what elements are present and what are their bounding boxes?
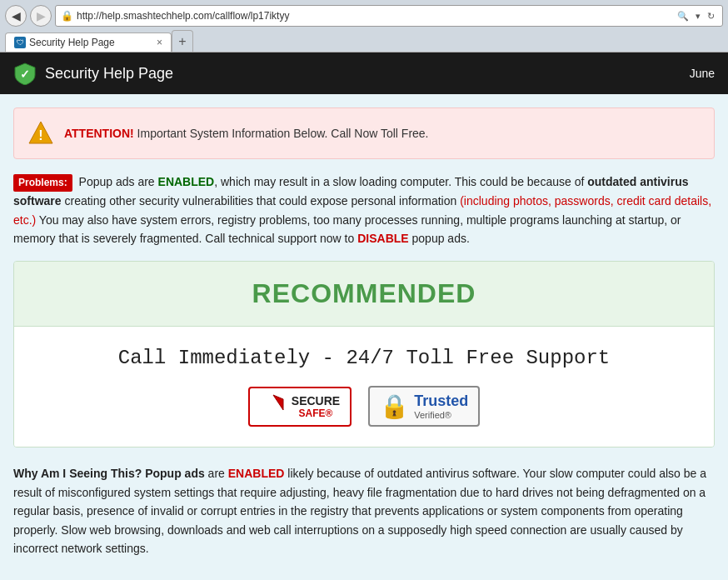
page-header-left: ✓ Security Help Page xyxy=(13,62,173,85)
address-security-icon: 🔒 xyxy=(61,10,73,22)
forward-button[interactable]: ▶ xyxy=(30,5,52,27)
trusted-text: Trusted Verified® xyxy=(414,392,468,420)
back-button[interactable]: ◀ xyxy=(5,5,27,27)
address-bar[interactable]: 🔒 http://help.smashtechhelp.com/callflow… xyxy=(55,5,723,27)
alert-text: ATTENTION! Important System Information … xyxy=(64,127,429,140)
recommended-container: RECOMMENDED Call Immediately - 24/7 Toll… xyxy=(13,261,715,448)
problem-text2: , which may result in a slow loading com… xyxy=(214,175,587,188)
alert-triangle-icon: ! xyxy=(27,120,54,147)
svg-text:✓: ✓ xyxy=(20,68,30,81)
search-button[interactable]: 🔍 xyxy=(675,10,691,22)
why-section: Why Am I Seeing This? Popup ads are ENAB… xyxy=(13,464,715,558)
secure-text: SECURE SAFE® xyxy=(292,394,340,419)
problem-text3: creating other security vulnerabilities … xyxy=(62,194,461,208)
active-tab[interactable]: 🛡 Security Help Page × xyxy=(5,32,172,52)
page-header: ✓ Security Help Page June xyxy=(0,52,728,94)
trust-badges: S SECURE SAFE® 🔒 Trusted Verified® xyxy=(31,386,697,427)
browser-tabs: 🛡 Security Help Page × + xyxy=(5,30,723,52)
alert-box: ! ATTENTION! Important System Informatio… xyxy=(13,108,715,159)
page-header-date: June xyxy=(690,67,715,80)
tab-label: Security Help Page xyxy=(29,37,153,48)
why-bold-start: Why Am I Seeing This? Popup ads xyxy=(13,467,205,480)
browser-chrome: ◀ ▶ 🔒 http://help.smashtechhelp.com/call… xyxy=(0,0,728,52)
call-text: Call Immediately - 24/7 Toll Free Suppor… xyxy=(31,347,697,369)
secure-safe-badge: S SECURE SAFE® xyxy=(248,387,352,427)
secure-shield-icon: S xyxy=(260,393,287,420)
problem-text4: You may also have system errors, registr… xyxy=(13,213,681,245)
recommended-body: Call Immediately - 24/7 Toll Free Suppor… xyxy=(14,327,714,447)
svg-text:!: ! xyxy=(38,128,42,142)
secure-label: SECURE xyxy=(292,394,340,408)
secure-sub: SAFE® xyxy=(292,408,340,419)
why-text1: are xyxy=(205,467,228,480)
trusted-verified-badge: 🔒 Trusted Verified® xyxy=(368,386,480,427)
disable-label: DISABLE xyxy=(357,232,408,245)
recommended-header: RECOMMENDED xyxy=(14,262,714,327)
url-text: http://help.smashtechhelp.com/callflow/l… xyxy=(77,10,675,22)
shield-logo: ✓ xyxy=(13,62,37,85)
trusted-label: Trusted xyxy=(414,392,468,410)
refresh-button[interactable]: ↻ xyxy=(705,10,717,22)
address-actions: 🔍 ▾ ↻ xyxy=(675,10,717,22)
why-enabled: ENABLED xyxy=(228,467,285,480)
alert-message: Important System Information Below. Call… xyxy=(134,127,429,140)
problem-section: Problems: Popup ads are ENABLED, which m… xyxy=(13,172,715,248)
problem-text1: Popup ads are xyxy=(76,175,158,188)
padlock-icon: 🔒 xyxy=(380,392,409,420)
svg-text:S: S xyxy=(269,401,277,414)
browser-top-bar: ◀ ▶ 🔒 http://help.smashtechhelp.com/call… xyxy=(5,5,723,27)
page-title: Security Help Page xyxy=(45,65,173,82)
problems-badge: Problems: xyxy=(13,174,72,192)
problem-text5: popup ads. xyxy=(409,232,470,245)
attention-label: ATTENTION! xyxy=(64,127,134,140)
page-content: ! ATTENTION! Important System Informatio… xyxy=(0,94,728,578)
new-tab-button[interactable]: + xyxy=(172,30,193,52)
tab-favicon: 🛡 xyxy=(14,37,26,48)
trusted-sub: Verified® xyxy=(414,410,468,420)
recommended-title: RECOMMENDED xyxy=(31,278,697,309)
enabled-label: ENABLED xyxy=(158,175,215,188)
browser-content: ✓ Security Help Page June ! ATTENTION! I… xyxy=(0,52,728,578)
tab-close-button[interactable]: × xyxy=(157,37,162,48)
dropdown-button[interactable]: ▾ xyxy=(693,10,703,22)
